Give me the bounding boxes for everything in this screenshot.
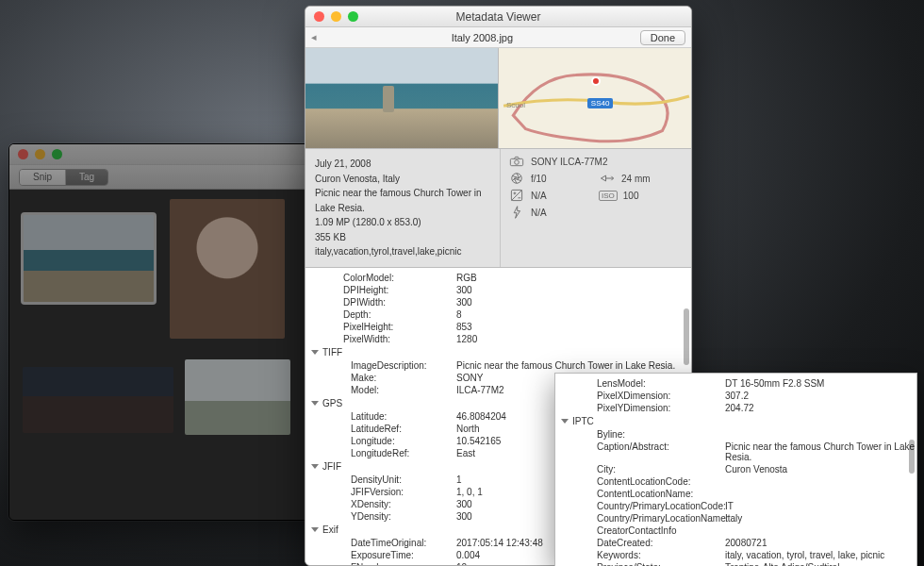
meta-key: DPIHeight: <box>305 285 456 295</box>
meta-key: DPIWidth: <box>305 297 456 308</box>
meta-key: JFIFVersion: <box>305 487 456 497</box>
meta-key: Country/PrimaryLocationName: <box>555 513 725 524</box>
map-pin-icon <box>591 76 601 86</box>
meta-key: ContentLocationCode: <box>555 476 725 487</box>
mv-titlebar[interactable]: Metadata Viewer <box>305 7 691 27</box>
meta-row: Country/PrimaryLocationName:Italy <box>555 512 916 524</box>
flash-value: N/A <box>531 208 547 218</box>
summary-place: Curon Venosta, Italy <box>315 172 490 187</box>
meta-value: italy, vacation, tyrol, travel, lake, pi… <box>725 550 916 560</box>
focal-value: 24 mm <box>621 174 651 184</box>
disclosure-triangle-icon[interactable] <box>311 527 319 532</box>
meta-row: Depth:8 <box>305 308 691 321</box>
thumbnail[interactable] <box>170 199 285 339</box>
traffic-lights[interactable] <box>9 149 62 159</box>
chevron-left-icon[interactable]: ◂ <box>311 31 324 43</box>
meta-row: Byline: <box>555 428 916 441</box>
meta-value <box>725 489 916 499</box>
meta-key: YDensity: <box>305 511 456 522</box>
meta-key: ContentLocationName: <box>555 489 725 499</box>
meta-key: DateTimeOriginal: <box>305 538 456 548</box>
scrollbar-thumb[interactable] <box>684 308 689 365</box>
camera-block: SONY ILCA-77M2 f/10 24 mm N/A ISO100 N/A <box>500 149 691 267</box>
map-road-badge: SS40 <box>587 98 614 108</box>
scrollbar-thumb[interactable] <box>909 440 915 474</box>
svg-point-1 <box>515 160 520 165</box>
thumbnail[interactable] <box>185 359 290 435</box>
aperture-icon <box>508 172 525 185</box>
segment-snip[interactable]: Snip <box>20 170 66 185</box>
meta-row: ColorModel:RGB <box>305 272 691 284</box>
meta-row: LensModel:DT 16-50mm F2.8 SSM <box>555 377 916 390</box>
meta-key: XDensity: <box>305 499 456 509</box>
minimize-icon[interactable] <box>331 11 341 22</box>
meta-value: 853 <box>456 322 691 332</box>
thumbnail-selected[interactable] <box>23 214 155 303</box>
minimize-icon[interactable] <box>35 149 45 159</box>
filebar: ◂ Italy 2008.jpg Done <box>305 27 691 48</box>
close-icon[interactable] <box>18 149 28 159</box>
map-preview[interactable]: SS40 Scuol <box>498 48 691 148</box>
disclosure-triangle-icon[interactable] <box>311 401 319 406</box>
filename: Italy 2008.jpg <box>324 32 640 43</box>
meta-key: ImageDescription: <box>305 360 456 371</box>
meta-section-header[interactable]: IPTC <box>555 414 916 428</box>
meta-key: Make: <box>305 373 456 383</box>
traffic-lights[interactable] <box>305 11 358 22</box>
summary-text: July 21, 2008 Curon Venosta, Italy Picni… <box>305 149 500 267</box>
meta-key: LatitudeRef: <box>305 424 456 434</box>
meta-key: PixelXDimension: <box>555 391 725 401</box>
meta-row: PixelXDimension:307.2 <box>555 390 916 402</box>
summary-resolution: 1.09 MP (1280.0 x 853.0) <box>315 215 490 230</box>
meta-key: City: <box>555 464 725 474</box>
disclosure-triangle-icon[interactable] <box>311 350 319 355</box>
meta-row: DateCreated:20080721 <box>555 537 916 549</box>
segment-tag[interactable]: Tag <box>66 170 107 185</box>
zoom-icon[interactable] <box>348 11 358 22</box>
meta-row: PixelHeight:853 <box>305 321 691 333</box>
meta-row: PixelYDimension:204.72 <box>555 402 916 414</box>
meta-row: Province/State:Trentino-Alto Adige/Sudti… <box>555 561 916 566</box>
camera-icon <box>508 155 525 168</box>
meta-value: 204.72 <box>725 403 916 413</box>
mode-segment[interactable]: Snip Tag <box>19 169 108 186</box>
meta-key: Caption/Abstract: <box>555 441 725 462</box>
meta-value: 20080721 <box>725 538 916 548</box>
iso-icon: ISO <box>599 191 618 201</box>
meta-row: PixelWidth:1280 <box>305 333 691 345</box>
meta-key: LongitudeRef: <box>305 448 456 458</box>
meta-row: ContentLocationCode: <box>555 475 916 488</box>
summary-date: July 21, 2008 <box>315 157 490 172</box>
meta-row: ContentLocationName: <box>555 488 916 500</box>
summary-filesize: 355 KB <box>315 230 490 245</box>
metadata-list-2[interactable]: LensModel:DT 16-50mm F2.8 SSMPixelXDimen… <box>555 374 916 566</box>
zoom-icon[interactable] <box>52 149 62 159</box>
summary-strip: July 21, 2008 Curon Venosta, Italy Picni… <box>305 149 691 268</box>
meta-key: Depth: <box>305 309 456 320</box>
meta-value: Trentino-Alto Adige/Sudtirol <box>725 562 916 566</box>
iso-value: 100 <box>623 191 639 201</box>
meta-value: Curon Venosta <box>725 464 916 474</box>
disclosure-triangle-icon[interactable] <box>311 464 319 469</box>
meta-row: Keywords:italy, vacation, tyrol, travel,… <box>555 549 916 561</box>
metadata-panel-2: LensModel:DT 16-50mm F2.8 SSMPixelXDimen… <box>554 373 917 566</box>
meta-value: DT 16-50mm F2.8 SSM <box>725 378 916 389</box>
disclosure-triangle-icon[interactable] <box>561 419 569 424</box>
meta-row: City:Curon Venosta <box>555 463 916 475</box>
meta-section-header[interactable]: TIFF <box>305 345 691 359</box>
meta-key: Province/State: <box>555 562 725 566</box>
meta-value: Picnic near the famous Church Tower in L… <box>456 360 691 371</box>
done-button[interactable]: Done <box>640 30 685 45</box>
close-icon[interactable] <box>314 11 324 22</box>
photo-preview[interactable] <box>305 48 498 148</box>
meta-key: PixelWidth: <box>305 334 456 344</box>
meta-key: Byline: <box>555 429 725 440</box>
thumbnail[interactable] <box>23 367 173 433</box>
meta-row: Country/PrimaryLocationCode:IT <box>555 500 916 512</box>
summary-tags: italy,vacation,tyrol,travel,lake,picnic <box>315 244 490 259</box>
focal-icon <box>599 172 616 185</box>
summary-description: Picnic near the famous Church Tower in L… <box>315 186 490 215</box>
meta-key: ColorModel: <box>305 273 456 283</box>
svg-point-2 <box>512 174 522 184</box>
meta-value: 1280 <box>456 334 691 344</box>
